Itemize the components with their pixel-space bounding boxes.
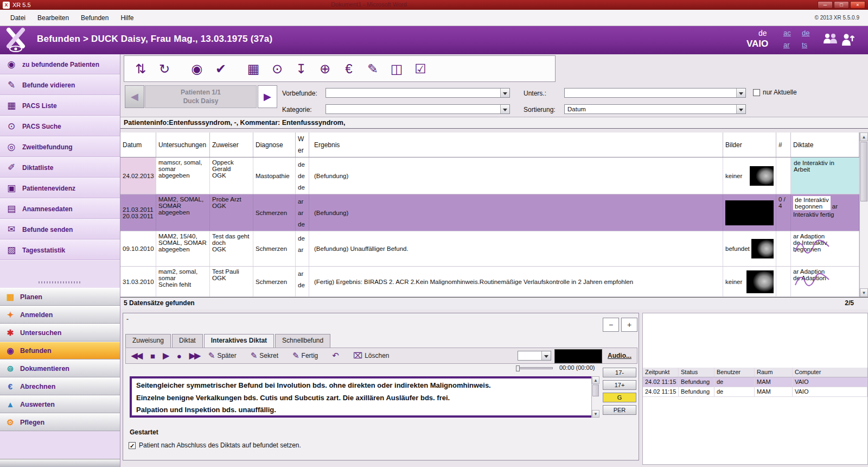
undo-button[interactable]: ↶ (332, 351, 339, 361)
menu-datei[interactable]: Datei (4, 11, 31, 24)
play-button[interactable]: ▶ (163, 351, 168, 361)
mammogram-thumbnail[interactable] (746, 270, 774, 293)
nur-aktuelle-checkbox[interactable] (753, 89, 760, 96)
scrollbar-thumb[interactable] (592, 384, 599, 396)
menu-befunden[interactable]: Befunden (75, 11, 114, 24)
editor-scrollbar[interactable]: ▲ ▼ (591, 376, 599, 418)
sidebar-splitter[interactable] (0, 279, 120, 286)
tab-schnellbefund[interactable]: Schnellbefund (275, 334, 330, 348)
vorbefunde-select[interactable] (326, 88, 510, 98)
scroll-up-icon[interactable]: ▲ (592, 376, 599, 384)
table-scrollbar[interactable]: ▲ ▼ (859, 132, 868, 297)
column-header-untersuchungen[interactable]: Untersuchungen (156, 132, 210, 157)
patient-add-icon[interactable]: ⊕ (313, 58, 337, 80)
log-row[interactable]: 24.02 11:15 Befundung de MAM VAIO (643, 377, 867, 387)
table-row-selected[interactable]: 21.03.2011 20.03.2011 MAM2, SOMAL, SOMAR… (120, 194, 859, 231)
module-untersuchen[interactable]: ✱ Untersuchen (0, 324, 120, 342)
billing-table-icon[interactable]: € (337, 58, 361, 80)
sidebar-item-diktatliste[interactable]: ✐ Diktatliste (0, 157, 120, 178)
unters-select[interactable] (564, 88, 746, 98)
restore-button[interactable]: □ (834, 1, 849, 9)
dropdown-arrow-icon[interactable] (736, 89, 745, 97)
font-17-minus-button[interactable]: 17- (603, 368, 636, 377)
sidebar-item-pacs-liste[interactable]: ▦ PACS Liste (0, 96, 120, 116)
dropdown-arrow-icon[interactable] (500, 89, 509, 97)
fertig-button[interactable]: ✎ Fertig (292, 351, 318, 361)
tab-zuweisung[interactable]: Zuweisung (125, 334, 171, 348)
log-col-zeitpunkt[interactable]: Zeitpunkt (643, 368, 679, 377)
pacs-grid-icon[interactable]: ▦ (241, 58, 265, 80)
dropdown-arrow-icon[interactable] (500, 105, 509, 113)
audio-device-select[interactable] (518, 351, 551, 361)
stop-button[interactable]: ■ (150, 351, 154, 361)
mammogram-thumbnail[interactable] (750, 166, 774, 186)
spaeter-button[interactable]: ✎ Später (208, 351, 237, 361)
table-row[interactable]: 24.02.2013 mamscr, somal, somar abgegebe… (120, 157, 859, 194)
log-col-benutzer[interactable]: Benutzer (714, 368, 755, 377)
table-row[interactable]: 31.03.2010 mam2, somal, somar Schein feh… (120, 267, 859, 297)
kategorie-select[interactable] (326, 104, 510, 114)
column-header-anzahl[interactable]: # (776, 132, 791, 157)
dictation-text-editor[interactable]: Seitengleicher symmetrischer Befund bei … (130, 376, 599, 418)
module-planen[interactable]: ▦ Planen (0, 288, 120, 306)
scroll-down-icon[interactable]: ▼ (860, 288, 868, 297)
sekret-button[interactable]: ✎ Sekret (251, 351, 278, 361)
sidebar-item-pacs-suche[interactable]: ⊙ PACS Suche (0, 116, 120, 137)
panel-shrink-button[interactable]: − (603, 318, 619, 332)
scroll-up-icon[interactable]: ▲ (860, 132, 868, 141)
sidebar-item-tagesstatistik[interactable]: ▨ Tagesstatistik (0, 240, 120, 261)
g-button[interactable]: G (603, 393, 636, 402)
module-befunden-active[interactable]: ◉ Befunden (0, 342, 120, 359)
mammogram-thumbnail[interactable] (725, 200, 774, 225)
audio-position-slider[interactable] (516, 367, 553, 369)
column-header-zuweiser[interactable]: Zuweiser (210, 132, 253, 157)
pacs-search-icon[interactable]: ⊙ (265, 58, 289, 80)
user-link-de[interactable]: de (802, 29, 820, 41)
loeschen-button[interactable]: ⌧ Löschen (353, 351, 390, 361)
tab-interaktives-diktat[interactable]: Interaktives Diktat (204, 334, 274, 348)
module-anmelden[interactable]: ✦ Anmelden (0, 306, 120, 324)
minimize-button[interactable]: ─ (818, 1, 833, 9)
report-sign-icon[interactable]: ☑ (409, 58, 432, 80)
forward-button[interactable]: ▶▶ (189, 351, 200, 361)
sortierung-select[interactable]: Datum (564, 104, 746, 114)
previous-patient-button[interactable]: ◀ (125, 85, 144, 108)
scrollbar-thumb[interactable] (860, 142, 867, 201)
next-patient-button[interactable]: ▶ (258, 85, 277, 108)
user-link-ar[interactable]: ar (783, 41, 802, 53)
report-view-icon[interactable]: ◫ (385, 58, 409, 80)
menu-bearbeiten[interactable]: Bearbeiten (31, 11, 75, 24)
column-header-ergebnis[interactable]: Ergebnis (309, 132, 723, 157)
dropdown-arrow-icon[interactable] (541, 351, 551, 360)
import-study-icon[interactable]: ↧ (289, 58, 313, 80)
sidebar-item-zweitbefundung[interactable]: ◎ Zweitbefundung (0, 137, 120, 157)
mammogram-thumbnail[interactable] (751, 239, 774, 258)
font-17-plus-button[interactable]: 17+ (603, 380, 636, 390)
log-row[interactable]: 24.02 11:15 Befundung de MAM VAIO (643, 387, 867, 397)
sidebar-item-zu-befundende-patienten[interactable]: ◉ zu befundende Patienten (0, 54, 120, 75)
sidebar-item-anamnesedaten[interactable]: ▤ Anamnesedaten (0, 199, 120, 219)
dropdown-arrow-icon[interactable] (736, 105, 745, 113)
refresh-icon[interactable]: ↻ (152, 58, 176, 80)
table-row[interactable]: 09.10.2010 MAM2, 15/40, SOMAL, SOMAR abg… (120, 231, 859, 267)
panel-grow-button[interactable]: + (621, 318, 637, 332)
patient-view-icon[interactable]: ◉ (185, 58, 209, 80)
module-auswerten[interactable]: ▲ Auswerten (0, 395, 120, 413)
module-abrechnen[interactable]: € Abrechnen (0, 377, 120, 395)
befundet-checkbox[interactable]: ✓ (129, 442, 136, 449)
module-dokumentieren[interactable]: ⊚ Dokumentieren (0, 359, 120, 377)
log-col-computer[interactable]: Computer (793, 368, 867, 377)
menu-hilfe[interactable]: Hilfe (114, 11, 139, 24)
column-header-bilder[interactable]: Bilder (723, 132, 776, 157)
panel-resize-hint[interactable]: - (126, 315, 129, 323)
rewind-button[interactable]: ◀◀ (131, 351, 142, 361)
sidebar-item-patientenevidenz[interactable]: ▣ Patientenevidenz (0, 178, 120, 199)
audio-link[interactable]: Audio... (608, 352, 631, 359)
slider-thumb[interactable] (516, 365, 520, 371)
close-button[interactable]: × (850, 1, 865, 9)
column-header-wer[interactable]: Wer (296, 132, 309, 157)
logout-icon[interactable] (841, 33, 855, 48)
column-header-diktate[interactable]: Diktate (791, 132, 859, 157)
patient-transfer-icon[interactable]: ⇅ (129, 58, 152, 80)
sidebar-item-befunde-vidieren[interactable]: ✎ Befunde vidieren (0, 75, 120, 96)
